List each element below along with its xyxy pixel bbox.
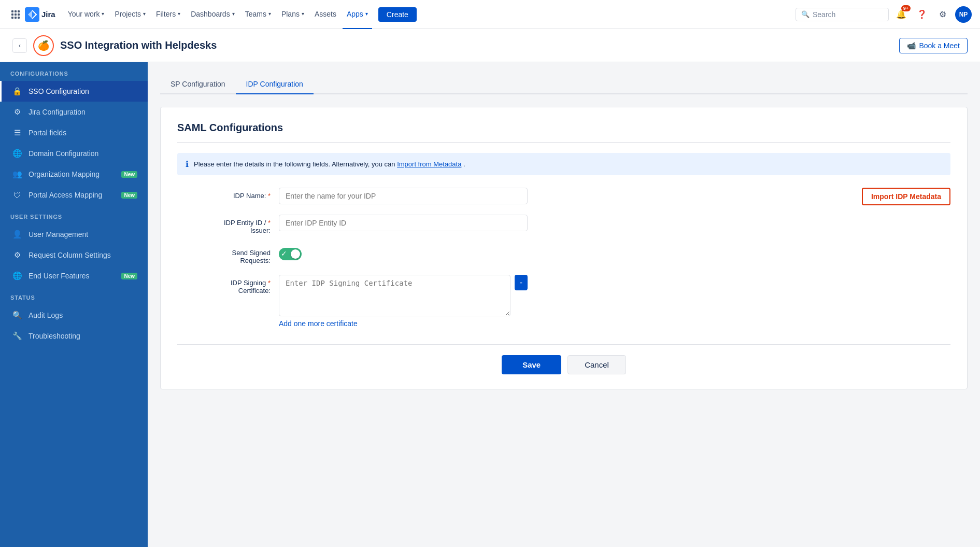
idp-entity-id-row: IDP Entity ID / * Issuer:: [177, 215, 950, 234]
nav-dashboards[interactable]: Dashboards ▾: [187, 0, 239, 29]
idp-cert-row: IDP Signing * Certificate: - Add one mor…: [177, 275, 950, 328]
required-indicator: *: [268, 192, 271, 200]
sidebar: CONFIGURATIONS 🔒 SSO Configuration ⚙ Jir…: [0, 62, 148, 547]
svg-rect-5: [18, 13, 20, 16]
import-idp-metadata-button[interactable]: Import IDP Metadata: [862, 188, 950, 205]
idp-cert-textarea[interactable]: [279, 275, 510, 316]
info-icon: ℹ: [186, 159, 189, 169]
remove-cert-button[interactable]: -: [515, 275, 528, 290]
chevron-down-icon: ▾: [143, 11, 146, 17]
info-text: Please enter the details in the followin…: [194, 160, 397, 168]
toggle-track: ✓: [279, 248, 302, 260]
svg-rect-4: [15, 13, 17, 16]
tab-sp-config[interactable]: SP Configuration: [160, 75, 236, 94]
avatar[interactable]: NP: [955, 6, 972, 23]
sidebar-item-end-user[interactable]: 🌐 End User Features New: [0, 265, 148, 286]
nav-teams[interactable]: Teams ▾: [241, 0, 275, 29]
idp-cert-field-wrapper: - Add one more certificate: [279, 275, 528, 328]
sidebar-item-troubleshoot[interactable]: 🔧 Troubleshooting: [0, 326, 148, 346]
sidebar-item-domain-config[interactable]: 🌐 Domain Configuration: [0, 143, 148, 164]
user-settings-section-label: USER SETTINGS: [0, 205, 148, 224]
settings-button[interactable]: ⚙: [934, 6, 951, 23]
people-icon: 👥: [12, 169, 22, 179]
svg-rect-2: [18, 10, 20, 12]
search-icon: 🔍: [12, 310, 22, 320]
svg-rect-6: [11, 17, 13, 19]
page-title: SSO Integration with Helpdesks: [60, 39, 217, 51]
sidebar-item-jira-config[interactable]: ⚙ Jira Configuration: [0, 102, 148, 122]
create-button[interactable]: Create: [378, 7, 417, 22]
sidebar-item-request-col[interactable]: ⚙ Request Column Settings: [0, 245, 148, 265]
idp-name-label: IDP Name: *: [177, 188, 271, 200]
nav-right: 🔍 Search 🔔 9+ ❓ ⚙ NP: [796, 6, 972, 23]
chevron-down-icon: ▾: [268, 11, 271, 17]
idp-entity-input[interactable]: [279, 215, 528, 231]
cert-row: -: [279, 275, 528, 316]
svg-rect-8: [18, 17, 20, 19]
form-section: Import IDP Metadata IDP Name: * IDP Enti…: [177, 188, 950, 374]
layout: CONFIGURATIONS 🔒 SSO Configuration ⚙ Jir…: [0, 62, 980, 547]
notifications-button[interactable]: 🔔 9+: [893, 6, 910, 23]
shield-icon: 🛡: [12, 190, 22, 200]
svg-rect-0: [11, 10, 13, 12]
send-signed-toggle[interactable]: ✓: [279, 248, 302, 260]
form-footer: Save Cancel: [177, 344, 950, 374]
jira-logo-icon: [25, 7, 39, 22]
tab-idp-config[interactable]: IDP Configuration: [236, 75, 314, 94]
sidebar-item-portal-fields[interactable]: ☰ Portal fields: [0, 122, 148, 143]
status-section-label: STATUS: [0, 286, 148, 305]
nav-assets[interactable]: Assets: [310, 0, 340, 29]
sidebar-item-user-mgmt[interactable]: 👤 User Management: [0, 224, 148, 245]
required-indicator: *: [268, 279, 271, 287]
sidebar-item-sso-config[interactable]: 🔒 SSO Configuration: [0, 81, 148, 102]
sliders-icon: ☰: [12, 128, 22, 138]
svg-rect-1: [15, 10, 17, 12]
main-content: SP Configuration IDP Configuration SAML …: [148, 62, 980, 547]
book-meet-button[interactable]: 📹 Book a Meet: [899, 38, 968, 53]
nav-plans[interactable]: Plans ▾: [277, 0, 308, 29]
lock-icon: 🔒: [12, 86, 22, 96]
sidebar-item-portal-access[interactable]: 🛡 Portal Access Mapping New: [0, 185, 148, 205]
jira-logo[interactable]: Jira: [25, 7, 55, 22]
send-signed-label: Send Signed Requests:: [177, 245, 271, 264]
grid-icon[interactable]: [8, 7, 23, 22]
check-icon: ✓: [281, 250, 287, 257]
nav-projects[interactable]: Projects ▾: [110, 0, 150, 29]
svg-rect-7: [15, 17, 17, 19]
save-button[interactable]: Save: [502, 355, 561, 374]
chevron-down-icon: ▾: [365, 11, 368, 17]
nav-filters[interactable]: Filters ▾: [152, 0, 184, 29]
saml-config-card: SAML Configurations ℹ Please enter the d…: [160, 107, 968, 389]
required-indicator: *: [268, 219, 271, 227]
configurations-section-label: CONFIGURATIONS: [0, 62, 148, 81]
idp-entity-label: IDP Entity ID / * Issuer:: [177, 215, 271, 234]
chevron-down-icon: ▾: [302, 11, 304, 17]
chevron-left-icon: ‹: [19, 42, 21, 49]
search-placeholder: Search: [813, 10, 835, 19]
nav-apps[interactable]: Apps ▾: [343, 0, 372, 29]
app-header: ‹ 🍊 SSO Integration with Helpdesks 📹 Boo…: [0, 29, 980, 62]
idp-name-input[interactable]: [279, 188, 528, 204]
idp-name-field-wrapper: [279, 188, 528, 204]
notification-badge: 9+: [901, 5, 911, 11]
import-from-metadata-link[interactable]: Import from Metadata: [397, 160, 461, 168]
nav-your-work[interactable]: Your work ▾: [64, 0, 109, 29]
globe-icon: 🌐: [12, 148, 22, 159]
app-header-left: ‹ 🍊 SSO Integration with Helpdesks: [12, 35, 899, 56]
chevron-down-icon: ▾: [102, 11, 104, 17]
toggle-thumb: [291, 249, 300, 259]
new-badge: New: [121, 171, 137, 178]
sidebar-item-audit-logs[interactable]: 🔍 Audit Logs: [0, 305, 148, 326]
globe-icon: 🌐: [12, 271, 22, 281]
search-box[interactable]: 🔍 Search: [796, 8, 889, 21]
back-button[interactable]: ‹: [12, 38, 27, 53]
cancel-button[interactable]: Cancel: [567, 355, 626, 374]
toggle-wrapper: ✓: [279, 245, 528, 260]
app-icon: 🍊: [33, 35, 54, 56]
info-text-suffix: .: [463, 160, 465, 168]
sidebar-item-org-mapping[interactable]: 👥 Organization Mapping New: [0, 164, 148, 185]
help-button[interactable]: ❓: [914, 6, 930, 23]
chevron-down-icon: ▾: [178, 11, 180, 17]
info-banner: ℹ Please enter the details in the follow…: [177, 153, 950, 175]
add-cert-link[interactable]: Add one more certificate: [279, 319, 358, 328]
